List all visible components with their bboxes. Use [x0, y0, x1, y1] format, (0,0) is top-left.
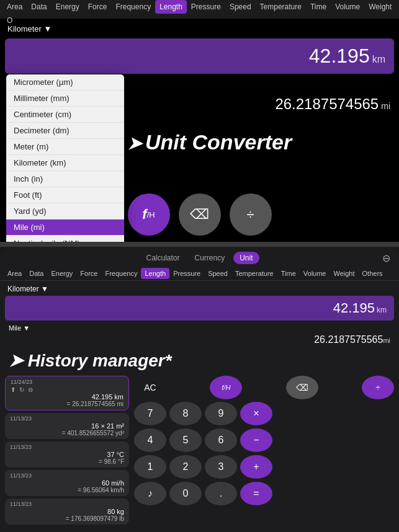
b-nav-time[interactable]: Time	[277, 268, 300, 279]
arrow-icon: ➤	[127, 134, 141, 153]
dd-foot[interactable]: Foot (ft)	[6, 187, 124, 203]
nav-item-force[interactable]: Force	[84, 0, 112, 14]
btn-7[interactable]: 7	[134, 402, 166, 425]
history-date-4: 11/13/23	[10, 501, 124, 507]
b-to-value-display: 26.2187575565mi	[0, 333, 399, 347]
share-icon[interactable]: ⬆	[11, 386, 16, 393]
history-item-0[interactable]: 11/24/23 ⬆ ↻ ⊖ 42.195 km = 26.2187574565…	[5, 376, 129, 410]
btn-1[interactable]: 1	[134, 455, 166, 479]
bottom-main-content: 11/24/23 ⬆ ↻ ⊖ 42.195 km = 26.2187574565…	[0, 373, 399, 530]
function-button[interactable]: f/H	[128, 193, 170, 236]
b-nav-others[interactable]: Others	[359, 268, 387, 279]
btn-6[interactable]: 6	[205, 428, 237, 452]
history-item-4[interactable]: 11/13/23 80 kg = 176.3698097479 lb	[5, 499, 129, 525]
nav-item-pressure[interactable]: Pressure	[187, 0, 225, 14]
b-nav-speed[interactable]: Speed	[204, 268, 231, 279]
btn-4[interactable]: 4	[134, 428, 166, 452]
history-result-3: = 96.56064 km/h	[10, 487, 124, 494]
refresh-icon[interactable]: ↻	[19, 386, 24, 393]
backspace-button[interactable]: ⌫	[179, 193, 221, 236]
b-to-unit-label[interactable]: Mile ▼	[9, 324, 30, 332]
dd-meter[interactable]: Meter (m)	[6, 139, 124, 155]
btn-5[interactable]: 5	[169, 428, 202, 452]
ac-button[interactable]: AC	[134, 376, 166, 399]
b-nav-length[interactable]: Length	[141, 268, 169, 279]
divide-btn[interactable]: ÷	[362, 376, 394, 399]
btn-equals[interactable]: =	[240, 482, 272, 505]
nav-item-frequency[interactable]: Frequency	[111, 0, 155, 14]
nav-item-speed[interactable]: Speed	[225, 0, 256, 14]
from-unit-selector[interactable]: Kilometer ▼	[0, 19, 399, 36]
btn-3[interactable]: 3	[205, 455, 237, 479]
b-to-unit-badge: mi	[383, 337, 390, 344]
btn-8[interactable]: 8	[169, 402, 202, 425]
history-icons-0: ⬆ ↻ ⊖	[11, 386, 123, 393]
btn-minus[interactable]: −	[240, 428, 272, 452]
history-item-3[interactable]: 11/13/23 60 mi/h = 96.56064 km/h	[5, 470, 129, 496]
b-nav-energy[interactable]: Energy	[48, 268, 77, 279]
nav-item-weight[interactable]: Weight	[364, 0, 396, 14]
btn-2[interactable]: 2	[169, 455, 202, 479]
unit-dropdown[interactable]: Micrometer (µm) Millimeter (mm) Centimet…	[6, 74, 124, 242]
history-date-2: 11/13/23	[10, 444, 124, 450]
tab-unit[interactable]: Unit	[233, 252, 259, 264]
b-nav-weight[interactable]: Weight	[330, 268, 358, 279]
nav-item-length[interactable]: Length	[155, 0, 187, 14]
b-nav-force[interactable]: Force	[76, 268, 101, 279]
tab-calculator[interactable]: Calculator	[140, 252, 186, 264]
nav-item-volume[interactable]: Volume	[331, 0, 364, 14]
dd-decimeter[interactable]: Decimeter (dm)	[6, 123, 124, 139]
expand-icon[interactable]: ⊖	[382, 252, 390, 264]
btn-music[interactable]: ♪	[134, 482, 166, 505]
minus-icon[interactable]: ⊖	[28, 386, 33, 393]
btn-multiply[interactable]: ×	[240, 402, 272, 425]
b-from-unit-selector[interactable]: Kilometer ▼	[0, 281, 399, 295]
bottom-section: Calculator Currency Unit ⊖ Area Data Ene…	[0, 247, 399, 532]
dd-inch[interactable]: Inch (in)	[6, 171, 124, 187]
b-from-value-display: 42.195km	[5, 296, 394, 321]
b-nav-data[interactable]: Data	[25, 268, 47, 279]
b-from-unit-label[interactable]: Kilometer ▼	[7, 285, 48, 293]
dd-kilometer[interactable]: Kilometer (km)	[6, 155, 124, 171]
divide-button[interactable]: ÷	[230, 193, 272, 236]
btn-plus[interactable]: +	[240, 455, 272, 479]
tab-group: Calculator Currency Unit	[140, 252, 259, 264]
b-to-unit-selector[interactable]: Mile ▼	[0, 322, 399, 333]
dd-centimeter[interactable]: Centimeter (cm)	[6, 107, 124, 123]
ac-label: AC	[144, 383, 156, 392]
history-item-2[interactable]: 11/13/23 37 °C = 98.6 °F	[5, 441, 129, 468]
b-nav-temperature[interactable]: Temperature	[231, 268, 277, 279]
b-nav-volume[interactable]: Volume	[300, 268, 330, 279]
nav-item-energy[interactable]: Energy	[52, 0, 84, 14]
b-nav-pressure[interactable]: Pressure	[169, 268, 204, 279]
btn-9[interactable]: 9	[205, 402, 237, 425]
dd-micrometer[interactable]: Micrometer (µm)	[6, 74, 124, 91]
history-item-1[interactable]: 11/13/23 16 × 21 m² = 401.8526655572 yd²	[5, 413, 129, 439]
b-nav-area[interactable]: Area	[4, 268, 25, 279]
btn-decimal[interactable]: .	[205, 482, 237, 505]
tab-currency[interactable]: Currency	[189, 252, 231, 264]
dd-yard[interactable]: Yard (yd)	[6, 203, 124, 219]
from-unit-label[interactable]: Kilometer ▼	[7, 24, 52, 33]
nav-item-time[interactable]: Time	[306, 0, 331, 14]
b-nav-frequency[interactable]: Frequency	[101, 268, 141, 279]
history-result-0: = 26.2187574565 mi	[11, 401, 123, 407]
dd-nautical[interactable]: Nautical mile (NM)	[6, 236, 124, 242]
history-result-1: = 401.8526655572 yd²	[10, 430, 124, 437]
dd-millimeter[interactable]: Millimeter (mm)	[6, 91, 124, 107]
calculator-panel: AC f/H ⌫ ÷ 7 8 9 × 4	[129, 376, 394, 527]
nav-item-area[interactable]: Area	[2, 0, 27, 14]
history-date-3: 11/13/23	[10, 472, 124, 479]
function-btn[interactable]: f/H	[210, 376, 242, 399]
from-value-display: 42.195km	[5, 38, 394, 74]
nav-item-data[interactable]: Data	[27, 0, 51, 14]
separator	[0, 242, 399, 247]
b-to-value: 26.2187575565	[314, 334, 383, 345]
from-value: 42.195	[309, 45, 370, 67]
bottom-nav-bar: Area Data Energy Force Frequency Length …	[0, 267, 399, 281]
btn-0[interactable]: 0	[169, 482, 202, 505]
nav-item-temperature[interactable]: Temperature	[256, 0, 306, 14]
calc-backspace-btn[interactable]: ⌫	[286, 376, 318, 399]
calc-grid: 7 8 9 × 4 5 6 − 1 2 3 + ♪ 0 . =	[134, 402, 394, 505]
dd-mile[interactable]: Mile (mi)	[6, 219, 124, 236]
